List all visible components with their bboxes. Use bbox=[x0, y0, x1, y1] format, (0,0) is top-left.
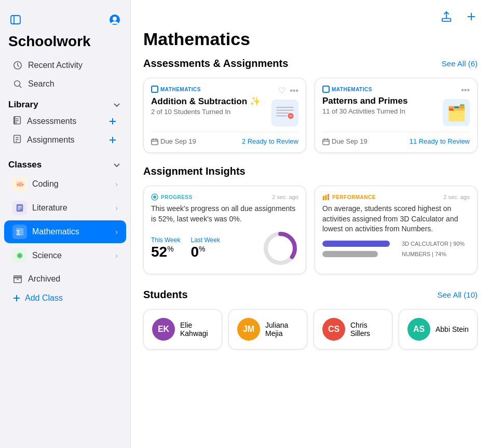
sidebar-item-literature[interactable]: Literature › bbox=[4, 197, 126, 219]
sidebar-top-bar bbox=[0, 8, 130, 27]
card-review-0[interactable]: 2 Ready to Review bbox=[242, 137, 298, 145]
svg-text:∑: ∑ bbox=[17, 229, 20, 235]
assignments-label: Assignments bbox=[27, 135, 75, 145]
sidebar-item-assignments[interactable]: Assignments bbox=[4, 131, 126, 149]
sidebar-item-coding[interactable]: </> Coding › bbox=[4, 173, 126, 195]
classes-title: Classes bbox=[8, 160, 42, 170]
svg-rect-35 bbox=[442, 19, 451, 21]
page-title: Mathematics bbox=[131, 29, 490, 53]
sidebar-item-search[interactable]: Search bbox=[4, 75, 126, 93]
assignments-icon bbox=[12, 134, 22, 146]
student-avatar-3: AS bbox=[407, 318, 430, 341]
card-subtitle-1: 11 of 30 Activities Turned In bbox=[322, 107, 443, 115]
insights-cards-row: PROGRESS 2 sec. ago This week's progress… bbox=[131, 186, 490, 285]
card-review-1[interactable]: 11 Ready to Review bbox=[410, 137, 470, 145]
app-title: Schoolwork bbox=[0, 29, 130, 56]
clock-icon bbox=[12, 60, 23, 71]
student-name-1: Juliana Mejia bbox=[265, 321, 298, 338]
calendar-icon-1 bbox=[322, 138, 330, 145]
add-assignment-button[interactable] bbox=[107, 135, 118, 145]
sidebar-item-science[interactable]: Science › bbox=[4, 244, 126, 267]
card-badge-text-0: MATHEMATICS bbox=[160, 87, 201, 92]
last-week-metric: Last Week 0% bbox=[190, 236, 220, 260]
svg-rect-11 bbox=[14, 117, 16, 124]
insight-metrics-progress: This Week 52% Last Week 0% bbox=[151, 230, 298, 267]
svg-point-56 bbox=[153, 195, 156, 199]
archived-label: Archived bbox=[28, 274, 60, 284]
student-card-3[interactable]: AS Abbi Stein bbox=[399, 309, 478, 349]
literature-label: Literature bbox=[32, 203, 67, 213]
assessments-see-all-button[interactable]: See All (6) bbox=[442, 59, 478, 68]
insight-badge-progress: PROGRESS 2 sec. ago bbox=[151, 193, 298, 201]
students-section-header: Students See All (10) bbox=[131, 285, 490, 305]
bar-fill-0 bbox=[322, 241, 390, 247]
insight-text-progress: This week's progress on all due assignme… bbox=[151, 204, 298, 224]
mathematics-chevron-icon: › bbox=[115, 228, 118, 236]
profile-icon[interactable] bbox=[107, 12, 122, 27]
search-label: Search bbox=[28, 79, 55, 89]
assessments-label: Assessments bbox=[27, 117, 76, 126]
sidebar-item-recent[interactable]: Recent Activity bbox=[4, 56, 126, 75]
card-title-1: Patterns and Primes bbox=[322, 96, 443, 106]
sidebar-toggle-icon[interactable] bbox=[8, 12, 23, 27]
sidebar-item-mathematics[interactable]: ∑ Mathematics › bbox=[4, 220, 126, 243]
students-see-all-button[interactable]: See All (10) bbox=[437, 290, 478, 299]
performance-bars: 3D CALCULATOR | 90% NUMBERS | 74% bbox=[322, 241, 470, 257]
coding-label: Coding bbox=[32, 179, 59, 189]
student-card-1[interactable]: JM Juliana Mejia bbox=[228, 309, 307, 349]
calendar-icon-0 bbox=[151, 138, 158, 145]
assignment-card-1[interactable]: MATHEMATICS Patterns and Primes 11 of 30… bbox=[315, 78, 478, 153]
mathematics-class-icon: ∑ bbox=[12, 225, 27, 239]
card-heart-icon-0[interactable]: ♡ bbox=[278, 86, 285, 95]
search-icon bbox=[12, 79, 23, 89]
science-chevron-icon: › bbox=[115, 251, 118, 260]
classes-collapse-toggle[interactable] bbox=[112, 160, 122, 170]
assignment-card-0[interactable]: MATHEMATICS Addition & Subtraction ✨ 2 o… bbox=[143, 78, 306, 153]
bar-row-1: NUMBERS | 74% bbox=[322, 251, 470, 257]
card-badge-0: MATHEMATICS bbox=[151, 86, 271, 93]
bar-fill-1 bbox=[322, 251, 378, 257]
card-subtitle-0: 2 of 10 Students Turned In bbox=[151, 108, 271, 116]
insight-time-progress: 2 sec. ago bbox=[272, 194, 298, 200]
student-card-2[interactable]: CS Chris Sillers bbox=[314, 309, 392, 349]
student-avatar-2: CS bbox=[322, 318, 345, 341]
sidebar-item-archived[interactable]: Archived bbox=[4, 270, 126, 288]
card-title-0: Addition & Subtraction ✨ bbox=[151, 96, 271, 107]
insights-section-title: Assignment Insights bbox=[143, 165, 246, 177]
svg-rect-46 bbox=[152, 139, 158, 145]
insight-type-progress: PROGRESS bbox=[161, 194, 193, 200]
card-thumbnail-1: 🗂️ bbox=[443, 99, 470, 126]
main-content: Mathematics Assessments & Assignments Se… bbox=[131, 0, 490, 448]
library-section-header: Library bbox=[0, 93, 130, 112]
svg-rect-51 bbox=[323, 139, 329, 145]
card-badge-1: MATHEMATICS bbox=[322, 86, 443, 93]
science-class-icon bbox=[12, 248, 27, 263]
sidebar-item-assessments[interactable]: Assessments bbox=[4, 112, 126, 131]
card-footer-1: Due Sep 19 11 Ready to Review bbox=[322, 132, 470, 145]
add-button[interactable] bbox=[463, 8, 480, 25]
coding-chevron-icon: › bbox=[115, 180, 118, 188]
library-collapse-toggle[interactable] bbox=[112, 100, 122, 110]
this-week-value: 52% bbox=[151, 244, 180, 260]
students-row: EK Elie Kahwagi JM Juliana Mejia CS Chri… bbox=[131, 309, 490, 360]
progress-donut-chart bbox=[262, 230, 298, 267]
card-due-0: Due Sep 19 bbox=[151, 137, 196, 145]
card-badge-text-1: MATHEMATICS bbox=[332, 87, 372, 92]
card-more-icon-0[interactable]: ••• bbox=[290, 86, 298, 95]
add-class-label: Add Class bbox=[25, 293, 63, 303]
insight-text-performance: On average, students scored highest on a… bbox=[322, 204, 470, 234]
performance-icon bbox=[322, 193, 330, 201]
add-class-button[interactable]: Add Class bbox=[4, 289, 126, 307]
coding-class-icon: </> bbox=[12, 177, 27, 191]
svg-rect-50 bbox=[323, 87, 329, 92]
insight-card-progress: PROGRESS 2 sec. ago This week's progress… bbox=[143, 186, 306, 274]
student-card-0[interactable]: EK Elie Kahwagi bbox=[143, 309, 222, 349]
assessment-cards-row: MATHEMATICS Addition & Subtraction ✨ 2 o… bbox=[131, 78, 490, 161]
card-more-icon-1[interactable]: ••• bbox=[461, 86, 470, 95]
card-footer-0: Due Sep 19 2 Ready to Review bbox=[151, 132, 298, 145]
students-section-title: Students bbox=[143, 289, 188, 301]
this-week-label: This Week bbox=[151, 236, 180, 244]
add-assessment-button[interactable] bbox=[107, 116, 118, 127]
library-title: Library bbox=[8, 100, 38, 110]
export-button[interactable] bbox=[438, 8, 455, 25]
